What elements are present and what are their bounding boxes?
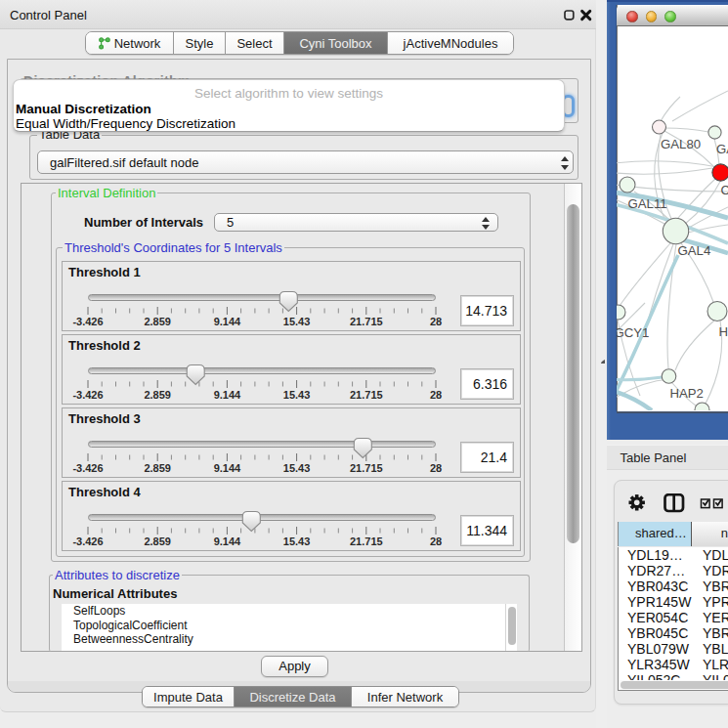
svg-text:GA: GA [716, 142, 728, 156]
svg-text:GAL80: GAL80 [661, 137, 701, 151]
svg-text:GAL4: GAL4 [678, 243, 711, 258]
svg-text:GAL11: GAL11 [628, 196, 667, 211]
svg-text:H: H [719, 324, 728, 339]
svg-text:GCY1: GCY1 [617, 325, 649, 340]
svg-text:HAP2: HAP2 [670, 386, 704, 401]
svg-text:C: C [721, 183, 728, 197]
